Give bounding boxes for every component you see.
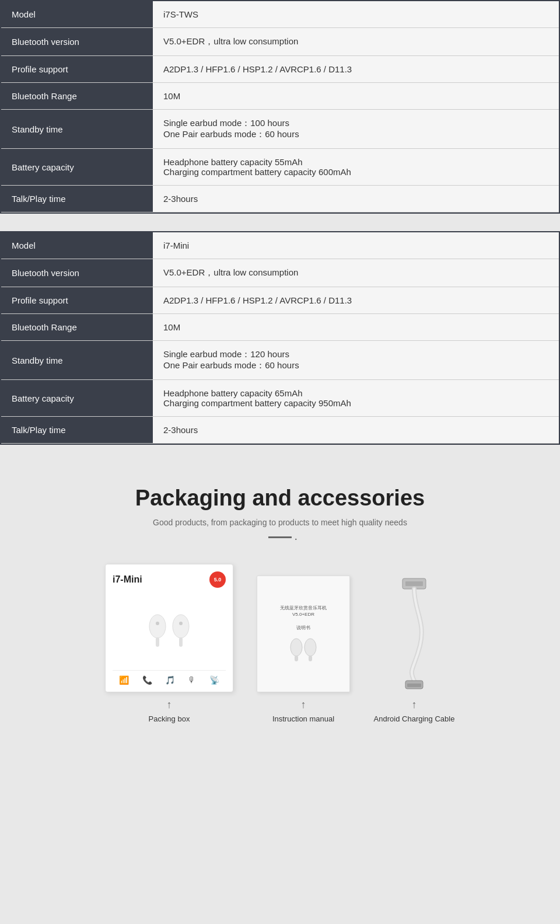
battery-value: Headphone battery capacity 65mAh Chargin… bbox=[153, 380, 559, 417]
battery-value: Headphone battery capacity 55mAh Chargin… bbox=[153, 149, 559, 186]
wifi-icon: 📶 bbox=[119, 675, 129, 685]
cable-visual bbox=[373, 576, 455, 692]
packing-box-header: i7-Mini 5.0 bbox=[113, 571, 226, 588]
phone-icon: 📞 bbox=[142, 675, 152, 685]
mic-icon: 🎙 bbox=[188, 675, 196, 685]
bt-version-value: V5.0+EDR，ultra low consumption bbox=[153, 259, 559, 287]
packaging-title: Packaging and accessories bbox=[12, 486, 548, 511]
model-value: i7S-TWS bbox=[153, 1, 559, 28]
standby-label: Standby time bbox=[1, 341, 153, 380]
talk-label: Talk/Play time bbox=[1, 417, 153, 444]
cable-label: Android Charging Cable bbox=[374, 714, 455, 723]
model-label: Model bbox=[1, 232, 153, 259]
bt-icon: 📡 bbox=[209, 675, 219, 685]
bt-range-label: Bluetooth Range bbox=[1, 314, 153, 341]
profile-label: Profile support bbox=[1, 56, 153, 83]
packaging-section: Packaging and accessories Good products,… bbox=[0, 462, 560, 741]
manual-label: Instruction manual bbox=[272, 714, 334, 723]
svg-rect-7 bbox=[295, 655, 298, 661]
manual-item: 无线蓝牙欣赏音乐耳机V5.0+EDR说明书 ↑ Instruction manu… bbox=[257, 576, 350, 723]
packing-box-model: i7-Mini bbox=[113, 574, 142, 585]
bt-version-value: V5.0+EDR，ultra low consumption bbox=[153, 28, 559, 56]
table-row: Battery capacity Headphone battery capac… bbox=[1, 149, 559, 186]
earbuds-display bbox=[113, 588, 226, 670]
table-row: Bluetooth version V5.0+EDR，ultra low con… bbox=[1, 28, 559, 56]
spec-table-1: Model i7S-TWS Bluetooth version V5.0+EDR… bbox=[0, 0, 560, 214]
packaging-subtitle: Good products, from packaging to product… bbox=[12, 518, 548, 527]
packing-box-icons: 📶 📞 🎵 🎙 📡 bbox=[113, 670, 226, 685]
talk-value: 2-3hours bbox=[153, 186, 559, 212]
table-row: Standby time Single earbud mode：120 hour… bbox=[1, 341, 559, 380]
manual-visual: 无线蓝牙欣赏音乐耳机V5.0+EDR说明书 bbox=[257, 576, 350, 692]
table-row: Profile support A2DP1.3 / HFP1.6 / HSP1.… bbox=[1, 56, 559, 83]
svg-point-6 bbox=[290, 639, 302, 656]
cable-label-container: ↑ Android Charging Cable bbox=[374, 699, 455, 723]
table-row: Bluetooth Range 10M bbox=[1, 83, 559, 110]
svg-rect-3 bbox=[179, 637, 183, 647]
arrow-down-icon: ↑ bbox=[411, 699, 416, 710]
table-row: Profile support A2DP1.3 / HFP1.6 / HSP1.… bbox=[1, 287, 559, 314]
bt-range-label: Bluetooth Range bbox=[1, 83, 153, 110]
bt-range-value: 10M bbox=[153, 83, 559, 110]
table-row: Bluetooth version V5.0+EDR，ultra low con… bbox=[1, 259, 559, 287]
standby-label: Standby time bbox=[1, 110, 153, 149]
table-row: Model i7-Mini bbox=[1, 232, 559, 259]
packing-box-visual: i7-Mini 5.0 bbox=[105, 564, 233, 692]
standby-value: Single earbud mode：120 hours One Pair ea… bbox=[153, 341, 559, 380]
svg-point-8 bbox=[304, 639, 316, 656]
table-row: Standby time Single earbud mode：100 hour… bbox=[1, 110, 559, 149]
battery-label: Battery capacity bbox=[1, 149, 153, 186]
table-row: Battery capacity Headphone battery capac… bbox=[1, 380, 559, 417]
svg-point-5 bbox=[179, 622, 183, 625]
table-row: Talk/Play time 2-3hours bbox=[1, 186, 559, 212]
accessories-row: i7-Mini 5.0 bbox=[12, 564, 548, 723]
talk-value: 2-3hours bbox=[153, 417, 559, 444]
bt-range-value: 10M bbox=[153, 314, 559, 341]
cable-svg bbox=[385, 576, 443, 692]
talk-label: Talk/Play time bbox=[1, 186, 153, 212]
bt-badge: 5.0 bbox=[209, 571, 226, 588]
svg-point-0 bbox=[149, 615, 166, 638]
svg-rect-9 bbox=[309, 655, 312, 661]
manual-label-container: ↑ Instruction manual bbox=[272, 699, 334, 723]
cable-image-container bbox=[373, 576, 455, 692]
music-icon: 🎵 bbox=[165, 675, 175, 685]
svg-rect-11 bbox=[405, 581, 423, 586]
svg-rect-1 bbox=[156, 637, 159, 647]
table-row: Talk/Play time 2-3hours bbox=[1, 417, 559, 444]
profile-value: A2DP1.3 / HFP1.6 / HSP1.2 / AVRCP1.6 / D… bbox=[153, 56, 559, 83]
table-row: Model i7S-TWS bbox=[1, 1, 559, 28]
spec-table-2: Model i7-Mini Bluetooth version V5.0+EDR… bbox=[0, 231, 560, 445]
svg-point-2 bbox=[173, 615, 189, 638]
earbuds-svg bbox=[140, 606, 198, 653]
divider-decoration bbox=[268, 536, 292, 538]
svg-rect-13 bbox=[407, 684, 421, 687]
profile-value: A2DP1.3 / HFP1.6 / HSP1.2 / AVRCP1.6 / D… bbox=[153, 287, 559, 314]
bt-version-label: Bluetooth version bbox=[1, 28, 153, 56]
arrow-down-icon: ↑ bbox=[166, 699, 172, 710]
table-row: Bluetooth Range 10M bbox=[1, 314, 559, 341]
profile-label: Profile support bbox=[1, 287, 153, 314]
bt-version-label: Bluetooth version bbox=[1, 259, 153, 287]
packing-box-label: Packing box bbox=[149, 714, 190, 723]
packing-box-item: i7-Mini 5.0 bbox=[105, 564, 233, 723]
model-label: Model bbox=[1, 1, 153, 28]
battery-label: Battery capacity bbox=[1, 380, 153, 417]
standby-value: Single earbud mode：100 hours One Pair ea… bbox=[153, 110, 559, 149]
packing-box-image-container: i7-Mini 5.0 bbox=[105, 564, 233, 692]
model-value: i7-Mini bbox=[153, 232, 559, 259]
packing-box-label-container: ↑ Packing box bbox=[149, 699, 190, 723]
manual-image-container: 无线蓝牙欣赏音乐耳机V5.0+EDR说明书 bbox=[257, 576, 350, 692]
svg-point-4 bbox=[156, 622, 159, 625]
manual-earbuds-svg bbox=[286, 637, 321, 663]
manual-earbuds bbox=[286, 637, 321, 663]
arrow-down-icon: ↑ bbox=[300, 699, 306, 710]
manual-text: 无线蓝牙欣赏音乐耳机V5.0+EDR说明书 bbox=[280, 605, 327, 631]
cable-item: ↑ Android Charging Cable bbox=[373, 576, 455, 723]
